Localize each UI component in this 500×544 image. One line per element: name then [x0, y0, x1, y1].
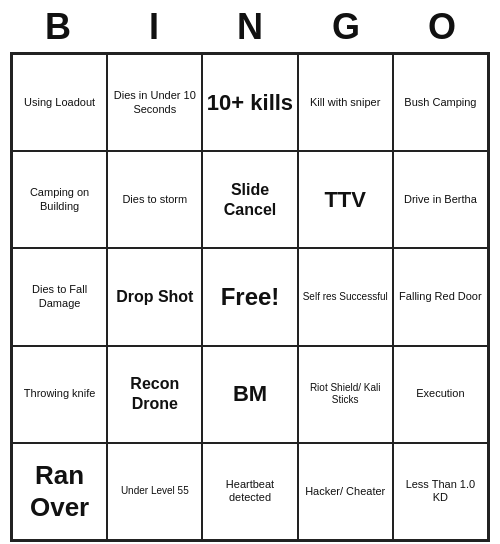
bingo-cell-13[interactable]: Self res Successful [298, 248, 393, 345]
bingo-cell-24[interactable]: Less Than 1.0 KD [393, 443, 488, 540]
letter-o: O [402, 6, 482, 48]
bingo-cell-2[interactable]: 10+ kills [202, 54, 297, 151]
bingo-cell-17[interactable]: BM [202, 346, 297, 443]
bingo-cell-0[interactable]: Using Loadout [12, 54, 107, 151]
bingo-cell-14[interactable]: Falling Red Door [393, 248, 488, 345]
bingo-cell-10[interactable]: Dies to Fall Damage [12, 248, 107, 345]
bingo-cell-15[interactable]: Throwing knife [12, 346, 107, 443]
bingo-cell-11[interactable]: Drop Shot [107, 248, 202, 345]
bingo-cell-9[interactable]: Drive in Bertha [393, 151, 488, 248]
bingo-cell-12[interactable]: Free! [202, 248, 297, 345]
letter-n: N [210, 6, 290, 48]
bingo-cell-8[interactable]: TTV [298, 151, 393, 248]
bingo-cell-21[interactable]: Under Level 55 [107, 443, 202, 540]
bingo-title: B I N G O [10, 0, 490, 52]
letter-i: I [114, 6, 194, 48]
bingo-cell-6[interactable]: Dies to storm [107, 151, 202, 248]
bingo-cell-23[interactable]: Hacker/ Cheater [298, 443, 393, 540]
bingo-cell-20[interactable]: Ran Over [12, 443, 107, 540]
bingo-cell-3[interactable]: Kill with sniper [298, 54, 393, 151]
letter-b: B [18, 6, 98, 48]
letter-g: G [306, 6, 386, 48]
bingo-cell-1[interactable]: Dies in Under 10 Seconds [107, 54, 202, 151]
bingo-cell-19[interactable]: Execution [393, 346, 488, 443]
bingo-cell-16[interactable]: Recon Drone [107, 346, 202, 443]
bingo-cell-7[interactable]: Slide Cancel [202, 151, 297, 248]
bingo-cell-4[interactable]: Bush Camping [393, 54, 488, 151]
bingo-grid: Using LoadoutDies in Under 10 Seconds10+… [10, 52, 490, 542]
bingo-cell-18[interactable]: Riot Shield/ Kali Sticks [298, 346, 393, 443]
bingo-cell-22[interactable]: Heartbeat detected [202, 443, 297, 540]
bingo-cell-5[interactable]: Camping on Building [12, 151, 107, 248]
